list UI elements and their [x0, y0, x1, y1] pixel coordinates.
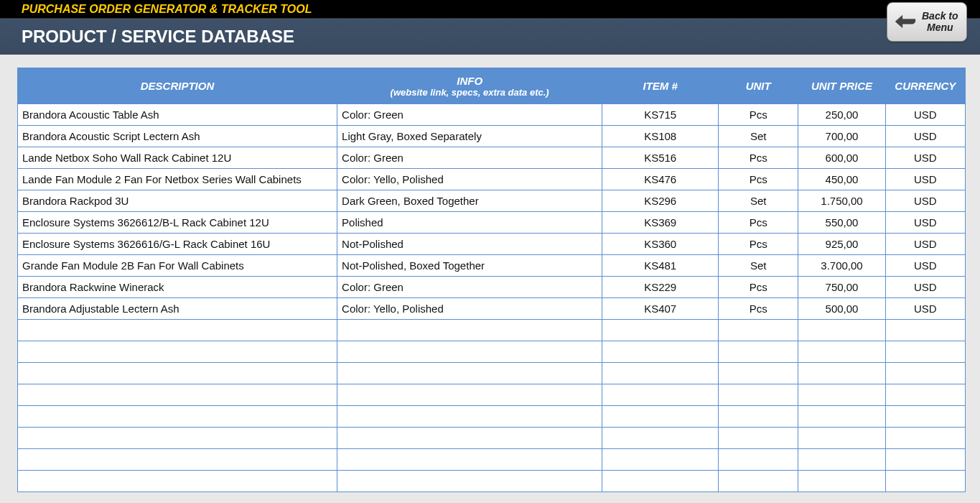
table-row-empty[interactable] [18, 320, 966, 341]
cell-price[interactable]: 1.750,00 [798, 190, 885, 212]
cell-unit[interactable]: Set [719, 190, 798, 212]
cell-info[interactable] [337, 363, 602, 384]
cell-currency[interactable] [885, 320, 965, 341]
cell-info[interactable] [337, 384, 602, 406]
cell-item[interactable] [602, 341, 719, 363]
cell-currency[interactable] [885, 428, 965, 449]
cell-info[interactable] [337, 406, 602, 428]
cell-item[interactable]: KS481 [602, 255, 719, 277]
table-row[interactable]: Enclosure Systems 3626612/B-L Rack Cabin… [18, 212, 966, 234]
table-row[interactable]: Brandora Acoustic Table AshColor: GreenK… [18, 104, 966, 126]
cell-item[interactable] [602, 384, 719, 406]
cell-price[interactable]: 700,00 [798, 126, 885, 147]
cell-item[interactable] [602, 406, 719, 428]
cell-currency[interactable]: USD [885, 169, 965, 190]
cell-currency[interactable]: USD [885, 234, 965, 255]
cell-description[interactable] [18, 406, 337, 428]
cell-description[interactable] [18, 341, 337, 363]
cell-description[interactable]: Grande Fan Module 2B Fan For Wall Cabine… [18, 255, 337, 277]
cell-item[interactable]: KS516 [602, 147, 719, 169]
cell-price[interactable] [798, 428, 885, 449]
cell-info[interactable] [337, 428, 602, 449]
cell-item[interactable]: KS296 [602, 190, 719, 212]
cell-description[interactable]: Enclosure Systems 3626616/G-L Rack Cabin… [18, 234, 337, 255]
cell-info[interactable]: Color: Green [337, 277, 602, 298]
cell-unit[interactable]: Set [719, 126, 798, 147]
cell-info[interactable] [337, 341, 602, 363]
cell-item[interactable] [602, 471, 719, 492]
cell-unit[interactable] [719, 320, 798, 341]
cell-currency[interactable] [885, 471, 965, 492]
cell-description[interactable] [18, 428, 337, 449]
cell-currency[interactable] [885, 384, 965, 406]
cell-currency[interactable]: USD [885, 298, 965, 320]
cell-info[interactable] [337, 320, 602, 341]
cell-unit[interactable]: Pcs [719, 212, 798, 234]
cell-info[interactable]: Color: Green [337, 104, 602, 126]
cell-item[interactable]: KS476 [602, 169, 719, 190]
cell-item[interactable]: KS369 [602, 212, 719, 234]
cell-unit[interactable]: Pcs [719, 147, 798, 169]
cell-price[interactable] [798, 406, 885, 428]
table-row-empty[interactable] [18, 406, 966, 428]
cell-unit[interactable] [719, 406, 798, 428]
cell-info[interactable]: Dark Green, Boxed Together [337, 190, 602, 212]
table-row-empty[interactable] [18, 449, 966, 471]
table-row[interactable]: Brandora Acoustic Script Lectern AshLigh… [18, 126, 966, 147]
table-row[interactable]: Enclosure Systems 3626616/G-L Rack Cabin… [18, 234, 966, 255]
cell-description[interactable] [18, 384, 337, 406]
cell-currency[interactable]: USD [885, 212, 965, 234]
cell-currency[interactable]: USD [885, 126, 965, 147]
cell-price[interactable] [798, 320, 885, 341]
table-row[interactable]: Lande Fan Module 2 Fan For Netbox Series… [18, 169, 966, 190]
cell-description[interactable]: Brandora Adjustable Lectern Ash [18, 298, 337, 320]
table-row-empty[interactable] [18, 363, 966, 384]
cell-price[interactable] [798, 471, 885, 492]
cell-price[interactable] [798, 341, 885, 363]
cell-unit[interactable]: Set [719, 255, 798, 277]
cell-currency[interactable] [885, 363, 965, 384]
cell-unit[interactable] [719, 363, 798, 384]
cell-price[interactable] [798, 363, 885, 384]
cell-description[interactable] [18, 363, 337, 384]
cell-unit[interactable]: Pcs [719, 169, 798, 190]
cell-info[interactable]: Color: Yello, Polished [337, 169, 602, 190]
cell-description[interactable] [18, 449, 337, 471]
cell-currency[interactable] [885, 449, 965, 471]
cell-item[interactable]: KS108 [602, 126, 719, 147]
table-row[interactable]: Brandora Rackwine WinerackColor: GreenKS… [18, 277, 966, 298]
cell-description[interactable] [18, 320, 337, 341]
cell-description[interactable]: Brandora Acoustic Script Lectern Ash [18, 126, 337, 147]
cell-item[interactable]: KS407 [602, 298, 719, 320]
cell-description[interactable]: Lande Netbox Soho Wall Rack Cabinet 12U [18, 147, 337, 169]
cell-item[interactable]: KS360 [602, 234, 719, 255]
cell-description[interactable]: Brandora Acoustic Table Ash [18, 104, 337, 126]
cell-info[interactable] [337, 471, 602, 492]
cell-description[interactable]: Lande Fan Module 2 Fan For Netbox Series… [18, 169, 337, 190]
cell-description[interactable]: Brandora Rackpod 3U [18, 190, 337, 212]
cell-item[interactable]: KS715 [602, 104, 719, 126]
cell-currency[interactable]: USD [885, 277, 965, 298]
cell-unit[interactable] [719, 428, 798, 449]
cell-unit[interactable]: Pcs [719, 277, 798, 298]
table-row-empty[interactable] [18, 384, 966, 406]
cell-unit[interactable] [719, 341, 798, 363]
cell-price[interactable]: 550,00 [798, 212, 885, 234]
cell-price[interactable]: 3.700,00 [798, 255, 885, 277]
cell-price[interactable]: 750,00 [798, 277, 885, 298]
cell-price[interactable]: 600,00 [798, 147, 885, 169]
cell-unit[interactable] [719, 471, 798, 492]
cell-unit[interactable]: Pcs [719, 104, 798, 126]
table-row-empty[interactable] [18, 428, 966, 449]
cell-info[interactable]: Light Gray, Boxed Separately [337, 126, 602, 147]
table-row[interactable]: Brandora Adjustable Lectern AshColor: Ye… [18, 298, 966, 320]
cell-info[interactable]: Not-Polished [337, 234, 602, 255]
table-row[interactable]: Grande Fan Module 2B Fan For Wall Cabine… [18, 255, 966, 277]
table-row-empty[interactable] [18, 471, 966, 492]
cell-info[interactable]: Color: Green [337, 147, 602, 169]
table-row[interactable]: Lande Netbox Soho Wall Rack Cabinet 12UC… [18, 147, 966, 169]
cell-unit[interactable]: Pcs [719, 234, 798, 255]
cell-info[interactable] [337, 449, 602, 471]
cell-unit[interactable] [719, 449, 798, 471]
cell-currency[interactable]: USD [885, 190, 965, 212]
